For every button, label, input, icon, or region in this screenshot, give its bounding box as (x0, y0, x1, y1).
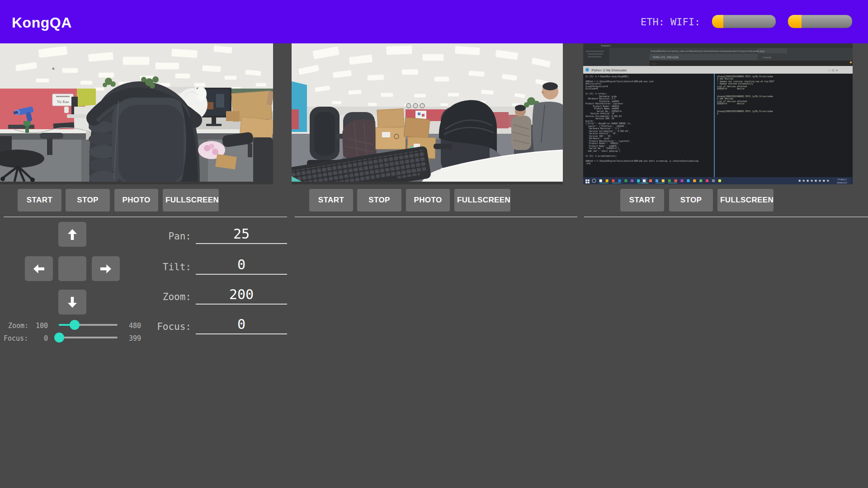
ide-window: Android ▾ AndroidManifest.xml activity_m… (583, 43, 853, 66)
pan-field-label: Pan: (101, 231, 191, 242)
camera-1-feed: Vic Kao (0, 43, 273, 184)
tilt-field-input[interactable] (196, 255, 287, 275)
camera2-divider (295, 216, 577, 217)
window-title: IPython: G:\My Drive\codes (591, 69, 627, 72)
camera2-start-button[interactable]: START (309, 189, 353, 211)
zoom-slider-label: Zoom: (8, 322, 28, 330)
camera1-start-button[interactable]: START (18, 189, 61, 211)
camera-3-feed: Android ▾ AndroidManifest.xml activity_m… (583, 43, 853, 184)
ide-search-text: TEMPLATE_PREVIEW (652, 56, 679, 59)
camera2-fullscreen-button[interactable]: FULLSCREEN (454, 189, 510, 211)
wifi-signal-bar (788, 15, 852, 28)
focus-slider-thumb[interactable] (54, 333, 64, 343)
ptz-down-button[interactable] (58, 290, 86, 314)
focus-field-label: Focus: (101, 321, 191, 332)
focus-slider-value: 0 (26, 334, 48, 343)
focus-slider[interactable] (59, 337, 118, 338)
camera3-divider (584, 216, 868, 217)
focus-slider-label: Focus: (4, 334, 28, 343)
app-title: KongQA (12, 14, 72, 31)
eth-label: ETH: (641, 16, 665, 28)
camera1-fullscreen-button[interactable]: FULLSCREEN (163, 189, 219, 211)
arrow-up-icon (65, 227, 80, 242)
focus-field-input[interactable] (196, 314, 287, 334)
zoom-slider-value: 100 (26, 322, 48, 330)
arrow-down-icon (65, 295, 80, 310)
camera2-stop-button[interactable]: STOP (357, 189, 401, 211)
pan-field-input[interactable] (196, 224, 287, 244)
ptz-left-button[interactable] (25, 256, 53, 281)
focus-slider-max: 399 (129, 334, 141, 343)
camera3-start-button[interactable]: START (620, 189, 664, 211)
svg-text:– □ ✕: – □ ✕ (828, 69, 838, 72)
tilt-field-label: Tilt: (101, 262, 191, 272)
camera1-stop-button[interactable]: STOP (66, 189, 110, 211)
wifi-signal-fill (788, 15, 802, 28)
zoom-field-label: Zoom: (101, 291, 191, 302)
app-header: KongQA ETH: WIFI: (0, 0, 868, 43)
msys-terminal-right: zhuang11866220934N8001 MSYS /g/My Drive/… (717, 75, 852, 115)
arrow-left-icon (32, 262, 46, 276)
camera3-fullscreen-button[interactable]: FULLSCREEN (717, 189, 774, 211)
svg-text:1 ): 1 ) (652, 62, 656, 65)
zoom-field-input[interactable] (196, 285, 287, 305)
wifi-label: WIFI: (670, 16, 700, 28)
ipython-titlebar: IPython: G:\My Drive\codes – □ ✕ (583, 66, 853, 74)
ide-search-meta: 2 results (763, 56, 771, 59)
ptz-home-button[interactable] (58, 256, 86, 281)
eth-signal-fill (712, 15, 723, 28)
camera1-photo-button[interactable]: PHOTO (114, 189, 158, 211)
camera3-stop-button[interactable]: STOP (669, 189, 713, 211)
taskbar-clock-time: 下午04:11 (837, 178, 847, 181)
camera-2-feed (292, 43, 563, 184)
svg-text:Android ▾: Android ▾ (601, 44, 611, 47)
taskbar-clock-date: 2020/12/2 (837, 182, 847, 184)
camera1-divider (4, 216, 287, 217)
ptz-up-button[interactable] (58, 222, 86, 247)
ipython-console-left: In [3]: k = RobotRun.kong.KongADB() ADBC… (585, 75, 711, 164)
eth-signal-bar (712, 15, 776, 28)
camera2-photo-button[interactable]: PHOTO (406, 189, 450, 211)
windows-taskbar: 下午04:11 2020/12/2 (583, 177, 853, 184)
ide-tabs: AndroidManifest.xml activity_main.xml Ma… (651, 50, 765, 52)
zoom-slider-thumb[interactable] (70, 320, 80, 330)
